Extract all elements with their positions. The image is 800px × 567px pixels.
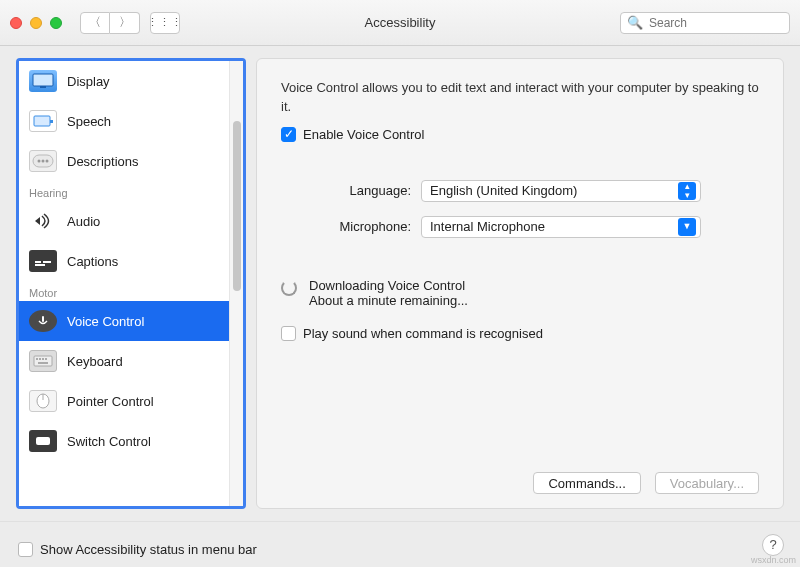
svg-rect-15 (39, 358, 41, 360)
window-controls (10, 17, 62, 29)
sidebar-item-descriptions[interactable]: Descriptions (19, 141, 229, 181)
sidebar-item-label: Descriptions (67, 154, 139, 169)
svg-rect-3 (50, 120, 53, 123)
sidebar-item-switch-control[interactable]: Switch Control (19, 421, 229, 461)
svg-rect-14 (36, 358, 38, 360)
svg-rect-1 (40, 86, 46, 88)
svg-rect-16 (42, 358, 44, 360)
spinner-icon (281, 280, 297, 296)
sidebar-section-hearing: Hearing (19, 181, 229, 201)
sidebar[interactable]: Display Speech Descriptions Hearing (19, 61, 229, 506)
svg-rect-21 (36, 437, 50, 445)
help-icon: ? (769, 537, 776, 552)
captions-icon (29, 250, 57, 272)
sidebar-item-label: Display (67, 74, 110, 89)
preferences-window: 〈 〉 ⋮⋮⋮ Accessibility 🔍 Display (0, 0, 800, 567)
commands-button[interactable]: Commands... (533, 472, 640, 494)
sidebar-item-display[interactable]: Display (19, 61, 229, 101)
language-label: Language: (281, 183, 421, 198)
chevron-down-icon: ▼ (678, 218, 696, 236)
svg-rect-10 (35, 264, 45, 266)
grid-icon: ⋮⋮⋮ (147, 16, 183, 29)
sidebar-section-motor: Motor (19, 281, 229, 301)
sidebar-item-label: Keyboard (67, 354, 123, 369)
updown-icon: ▴▾ (678, 182, 696, 200)
enable-voice-control-checkbox[interactable]: ✓ (281, 127, 296, 142)
switch-control-icon (29, 430, 57, 452)
sidebar-item-label: Switch Control (67, 434, 151, 449)
scrollbar-thumb[interactable] (233, 121, 241, 291)
download-status-line1: Downloading Voice Control (309, 278, 468, 293)
play-sound-label: Play sound when command is recognised (303, 326, 543, 341)
sidebar-item-label: Captions (67, 254, 118, 269)
svg-rect-0 (33, 74, 53, 86)
language-value: English (United Kingdom) (430, 183, 577, 198)
pointer-control-icon (29, 390, 57, 412)
sidebar-focus-ring: Display Speech Descriptions Hearing (16, 58, 246, 509)
enable-voice-control-label: Enable Voice Control (303, 127, 424, 142)
svg-rect-13 (34, 356, 52, 366)
keyboard-icon (29, 350, 57, 372)
microphone-select[interactable]: Internal Microphone ▼ (421, 216, 701, 238)
search-field[interactable]: 🔍 (620, 12, 790, 34)
svg-point-6 (42, 160, 45, 163)
nav-buttons: 〈 〉 (80, 12, 140, 34)
vocabulary-button-label: Vocabulary... (670, 476, 744, 491)
display-icon (29, 70, 57, 92)
titlebar: 〈 〉 ⋮⋮⋮ Accessibility 🔍 (0, 0, 800, 46)
sidebar-scrollbar[interactable] (229, 61, 243, 506)
chevron-right-icon: 〉 (119, 14, 131, 31)
microphone-row: Microphone: Internal Microphone ▼ (281, 216, 759, 238)
back-button[interactable]: 〈 (80, 12, 110, 34)
svg-rect-17 (45, 358, 47, 360)
enable-voice-control-row[interactable]: ✓ Enable Voice Control (281, 127, 759, 142)
sidebar-item-label: Speech (67, 114, 111, 129)
speech-icon (29, 110, 57, 132)
status-menubar-checkbox[interactable] (18, 542, 33, 557)
voice-control-icon (29, 310, 57, 332)
audio-icon (29, 210, 57, 232)
download-status: Downloading Voice Control About a minute… (281, 278, 759, 308)
play-sound-checkbox[interactable] (281, 326, 296, 341)
download-status-line2: About a minute remaining... (309, 293, 468, 308)
sidebar-item-label: Audio (67, 214, 100, 229)
chevron-left-icon: 〈 (89, 14, 101, 31)
sidebar-item-keyboard[interactable]: Keyboard (19, 341, 229, 381)
pane-button-row: Commands... Vocabulary... (533, 472, 759, 494)
sidebar-item-audio[interactable]: Audio (19, 201, 229, 241)
window-title: Accessibility (190, 15, 610, 30)
sidebar-item-voice-control[interactable]: Voice Control (19, 301, 229, 341)
svg-rect-12 (42, 316, 44, 322)
language-row: Language: English (United Kingdom) ▴▾ (281, 180, 759, 202)
status-menubar-label: Show Accessibility status in menu bar (40, 542, 257, 557)
close-icon[interactable] (10, 17, 22, 29)
svg-rect-2 (34, 116, 50, 126)
svg-rect-8 (35, 261, 41, 263)
show-all-button[interactable]: ⋮⋮⋮ (150, 12, 180, 34)
svg-rect-9 (43, 261, 51, 263)
play-sound-row[interactable]: Play sound when command is recognised (281, 326, 759, 341)
sidebar-item-captions[interactable]: Captions (19, 241, 229, 281)
content-area: Display Speech Descriptions Hearing (0, 46, 800, 521)
svg-point-5 (38, 160, 41, 163)
vocabulary-button: Vocabulary... (655, 472, 759, 494)
svg-point-7 (46, 160, 49, 163)
search-icon: 🔍 (627, 15, 643, 30)
status-menubar-row[interactable]: Show Accessibility status in menu bar (18, 542, 257, 557)
help-button[interactable]: ? (762, 534, 784, 556)
sidebar-item-speech[interactable]: Speech (19, 101, 229, 141)
commands-button-label: Commands... (548, 476, 625, 491)
svg-rect-18 (38, 362, 48, 364)
pane-description: Voice Control allows you to edit text an… (281, 79, 759, 117)
bottom-bar: Show Accessibility status in menu bar ? (0, 521, 800, 567)
search-input[interactable] (647, 15, 783, 31)
descriptions-icon (29, 150, 57, 172)
sidebar-item-pointer-control[interactable]: Pointer Control (19, 381, 229, 421)
minimize-icon[interactable] (30, 17, 42, 29)
forward-button[interactable]: 〉 (110, 12, 140, 34)
zoom-icon[interactable] (50, 17, 62, 29)
language-select[interactable]: English (United Kingdom) ▴▾ (421, 180, 701, 202)
detail-pane: Voice Control allows you to edit text an… (256, 58, 784, 509)
microphone-value: Internal Microphone (430, 219, 545, 234)
microphone-label: Microphone: (281, 219, 421, 234)
